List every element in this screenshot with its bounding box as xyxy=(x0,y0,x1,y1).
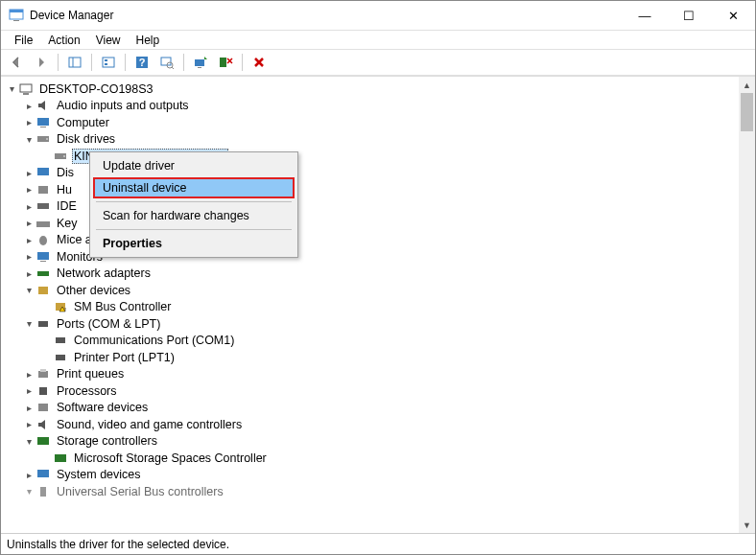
context-menu: Update driver Uninstall device Scan for … xyxy=(89,151,298,258)
chevron-right-icon[interactable]: ▸ xyxy=(22,385,35,396)
svg-rect-39 xyxy=(40,369,46,372)
vertical-scrollbar[interactable]: ▲ ▼ xyxy=(739,77,755,533)
tree-item-printer-port[interactable]: Printer Port (LPT1) xyxy=(1,349,739,366)
chevron-right-icon[interactable]: ▸ xyxy=(22,218,35,228)
svg-rect-5 xyxy=(103,58,114,67)
chevron-right-icon[interactable]: ▸ xyxy=(22,268,35,279)
usb-icon xyxy=(35,484,51,499)
tree-item-disk-drives[interactable]: ▾ Disk drives xyxy=(1,131,739,149)
speaker-icon xyxy=(35,98,51,113)
tree-item-software-devices[interactable]: ▸ Software devices xyxy=(1,400,739,417)
menu-view[interactable]: View xyxy=(88,32,129,49)
help-button[interactable]: ? xyxy=(130,52,154,73)
show-hide-console-button[interactable] xyxy=(63,52,86,73)
scroll-down-icon[interactable]: ▼ xyxy=(739,517,755,533)
svg-point-28 xyxy=(39,236,47,245)
chevron-down-icon[interactable]: ▾ xyxy=(22,134,35,145)
scroll-up-icon[interactable]: ▲ xyxy=(739,77,755,93)
svg-rect-19 xyxy=(40,127,46,127)
forward-button[interactable] xyxy=(30,52,53,73)
ctx-scan-hardware[interactable]: Scan for hardware changes xyxy=(93,205,295,226)
tree-item-system-devices[interactable]: ▸ System devices xyxy=(1,467,739,484)
tree-item-sound-video-game[interactable]: ▸ Sound, video and game controllers xyxy=(1,416,739,433)
svg-text:!: ! xyxy=(64,307,66,312)
cpu-icon xyxy=(35,383,51,399)
chevron-down-icon[interactable]: ▾ xyxy=(5,83,18,94)
chevron-right-icon[interactable]: ▸ xyxy=(22,235,35,245)
chevron-down-icon[interactable]: ▾ xyxy=(22,318,35,329)
chevron-right-icon[interactable]: ▸ xyxy=(22,168,35,178)
ctx-separator xyxy=(96,229,292,230)
tree-item-computer[interactable]: ▸ Computer xyxy=(1,114,739,131)
chevron-right-icon[interactable]: ▸ xyxy=(22,117,35,127)
update-driver-button[interactable] xyxy=(189,52,212,73)
svg-rect-2 xyxy=(13,20,19,21)
svg-point-23 xyxy=(63,155,65,157)
minimize-button[interactable]: — xyxy=(623,1,667,30)
monitor-icon xyxy=(35,115,51,130)
tree-root[interactable]: ▾ DESKTOP-CO198S3 xyxy=(1,81,739,98)
scan-hardware-button[interactable] xyxy=(155,52,178,73)
svg-rect-24 xyxy=(37,168,49,175)
scrollbar-thumb[interactable] xyxy=(741,93,753,131)
display-icon xyxy=(35,165,51,180)
svg-rect-17 xyxy=(23,93,29,95)
tree-item-com-port[interactable]: Communications Port (COM1) xyxy=(1,333,739,350)
chevron-right-icon[interactable]: ▸ xyxy=(22,419,35,429)
chevron-right-icon[interactable]: ▸ xyxy=(22,403,35,413)
tree-item-usb-controllers[interactable]: ▾ Universal Serial Bus controllers xyxy=(1,483,739,500)
svg-rect-3 xyxy=(69,58,81,67)
chevron-right-icon[interactable]: ▸ xyxy=(22,201,35,212)
disk-icon xyxy=(35,131,51,147)
scrollbar-track[interactable] xyxy=(739,93,755,517)
menu-help[interactable]: Help xyxy=(129,32,168,49)
hid-icon xyxy=(35,182,51,197)
svg-rect-42 xyxy=(37,437,49,445)
close-button[interactable]: ✕ xyxy=(711,1,755,30)
tree-item-ms-storage-spaces[interactable]: Microsoft Storage Spaces Controller xyxy=(1,450,739,467)
tree-item-other-devices[interactable]: ▾ Other devices xyxy=(1,282,739,299)
tree-item-ports[interactable]: ▾ Ports (COM & LPT) xyxy=(1,315,739,333)
tree-item-network[interactable]: ▸ Network adapters xyxy=(1,266,739,283)
chevron-down-icon[interactable]: ▾ xyxy=(22,436,35,447)
port-icon xyxy=(53,350,68,365)
chevron-right-icon[interactable]: ▸ xyxy=(22,101,35,111)
app-icon xyxy=(9,8,24,23)
warning-device-icon: ! xyxy=(53,299,68,314)
svg-rect-35 xyxy=(38,321,48,327)
svg-rect-13 xyxy=(195,59,204,66)
maximize-button[interactable]: ☐ xyxy=(667,1,711,30)
tree-item-processors[interactable]: ▸ Processors xyxy=(1,382,739,400)
device-tree[interactable]: ▾ DESKTOP-CO198S3 ▸ Audio inputs and out… xyxy=(1,77,739,533)
ide-icon xyxy=(35,198,51,214)
svg-text:?: ? xyxy=(139,57,146,68)
tree-item-sm-bus-controller[interactable]: ! SM Bus Controller xyxy=(1,299,739,316)
system-icon xyxy=(35,467,51,482)
statusbar-text: Uninstalls the driver for the selected d… xyxy=(7,538,229,551)
statusbar: Uninstalls the driver for the selected d… xyxy=(1,533,755,554)
ctx-update-driver[interactable]: Update driver xyxy=(93,155,295,176)
tree-item-audio[interactable]: ▸ Audio inputs and outputs xyxy=(1,98,739,115)
port-icon xyxy=(35,316,51,332)
tree-item-storage-controllers[interactable]: ▾ Storage controllers xyxy=(1,433,739,451)
ctx-properties[interactable]: Properties xyxy=(93,233,295,254)
menu-action[interactable]: Action xyxy=(40,32,87,49)
chevron-down-icon[interactable]: ▾ xyxy=(22,285,35,295)
uninstall-device-button[interactable] xyxy=(214,52,237,73)
svg-rect-36 xyxy=(56,337,65,343)
back-button[interactable] xyxy=(5,52,28,73)
chevron-right-icon[interactable]: ▸ xyxy=(22,184,35,195)
chevron-right-icon[interactable]: ▸ xyxy=(22,251,35,262)
svg-rect-40 xyxy=(39,387,47,395)
chevron-right-icon[interactable]: ▸ xyxy=(22,369,35,380)
svg-rect-32 xyxy=(38,287,48,294)
svg-rect-6 xyxy=(105,59,107,61)
properties-button[interactable] xyxy=(97,52,120,73)
menu-file[interactable]: File xyxy=(7,32,40,49)
disable-device-button[interactable] xyxy=(248,52,271,73)
ctx-uninstall-device[interactable]: Uninstall device xyxy=(93,177,295,198)
tree-item-print-queues[interactable]: ▸ Print queues xyxy=(1,366,739,383)
chevron-right-icon[interactable]: ▸ xyxy=(22,470,35,480)
chevron-down-icon[interactable]: ▾ xyxy=(22,486,35,497)
svg-rect-14 xyxy=(198,67,201,68)
